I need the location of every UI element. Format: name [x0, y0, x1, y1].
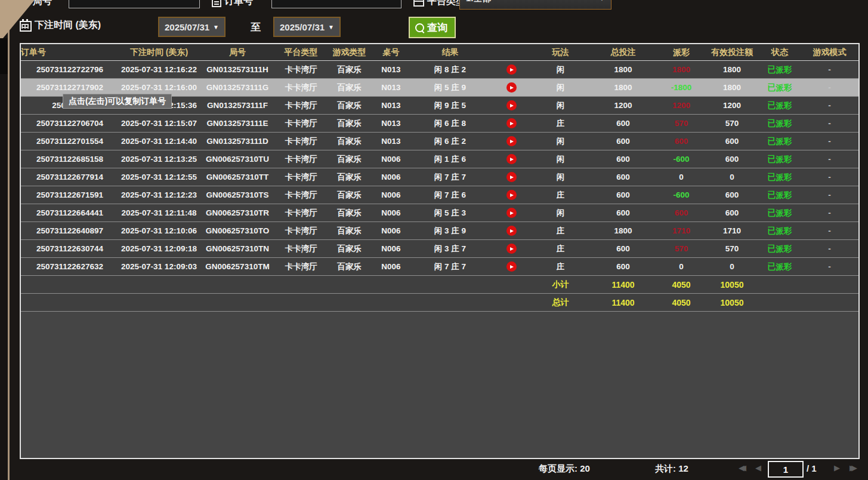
play-icon[interactable] [506, 172, 517, 182]
table-row[interactable]: 2507311226851582025-07-31 12:13:25GN0062… [21, 150, 858, 168]
play-icon[interactable] [506, 118, 517, 128]
chevron-down-icon: ▼ [213, 24, 219, 30]
chevron-down-icon: ▼ [599, 0, 605, 2]
page-total-label: / 1 [807, 463, 817, 473]
table-header-row: 订单号下注时间 (美东)局号平台类型游戏类型桌号结果玩法总投注派彩有效投注额状态… [21, 44, 858, 61]
table-row[interactable]: 2507311227067042025-07-31 12:15:07GN0132… [21, 115, 858, 133]
table-row[interactable]: 2507311226715912025-07-31 12:12:23GN0062… [21, 186, 858, 204]
col-header: 结果 [410, 44, 490, 61]
table-row[interactable]: 2507311226276322025-07-31 12:09:03GN0062… [21, 258, 858, 276]
play-icon[interactable] [506, 244, 517, 254]
first-page-icon[interactable]: ◀◀ [739, 463, 746, 472]
order-number-input[interactable] [271, 0, 401, 8]
play-icon[interactable] [506, 261, 517, 272]
total-count-label: 共计: 12 [655, 463, 688, 475]
table-row[interactable]: 2507311227227962025-07-31 12:16:22GN0132… [21, 61, 858, 79]
col-header: 游戏模式 [801, 44, 858, 61]
col-header: 桌号 [372, 44, 410, 61]
col-header: 游戏类型 [326, 44, 372, 61]
per-page-label: 每页显示: 20 [539, 463, 590, 475]
last-page-icon[interactable]: ▶▶ [850, 463, 857, 472]
play-icon[interactable] [506, 226, 517, 236]
play-icon[interactable] [506, 82, 517, 93]
col-header: 局号 [199, 44, 276, 61]
chevron-down-icon: ▼ [328, 24, 334, 30]
play-icon[interactable] [506, 100, 517, 110]
date-to-picker[interactable]: 2025/07/31 ▼ [273, 17, 341, 37]
play-icon[interactable] [506, 190, 517, 200]
bet-time-label: 下注时间 (美东) [20, 19, 101, 32]
subtotal-row: 小计11400405010050 [21, 276, 858, 294]
col-header: 订单号 [21, 44, 119, 61]
table-row[interactable]: 2507311226644412025-07-31 12:11:48GN0062… [21, 204, 858, 222]
table-row[interactable]: 2507311226307442025-07-31 12:09:18GN0062… [21, 240, 858, 258]
col-header: 平台类型 [276, 44, 326, 61]
query-button[interactable]: 查询 [409, 17, 456, 38]
round-number-input[interactable] [69, 0, 200, 8]
table-row[interactable]: 2507311227015542025-07-31 12:14:40GN0132… [21, 133, 858, 150]
left-accent-line [8, 0, 10, 480]
corner-shadow [0, 38, 8, 74]
orders-table: 订单号下注时间 (美东)局号平台类型游戏类型桌号结果玩法总投注派彩有效投注额状态… [21, 44, 858, 312]
copy-order-tooltip: 点击(左击)可以复制订单号 [63, 94, 172, 109]
search-icon [415, 23, 424, 32]
betting-records-page: ◇ 局号 订单号 平台类型 1.全部 ▼ 下注时间 (美东) 2025/07/3… [0, 0, 868, 480]
list-icon [212, 0, 221, 7]
play-icon[interactable] [506, 64, 517, 75]
filter-bar: ◇ 局号 订单号 平台类型 1.全部 ▼ 下注时间 (美东) 2025/07/3… [9, 0, 868, 43]
platform-type-select[interactable]: 1.全部 ▼ [459, 0, 611, 10]
date-range-to-label: 至 [251, 20, 261, 34]
calendar-icon [20, 21, 32, 32]
col-header [490, 44, 532, 61]
col-header: 下注时间 (美东) [119, 44, 199, 61]
footer-bar: 每页显示: 20 共计: 12 ◀◀ ◀ / 1 ▶ ▶▶ [0, 460, 868, 480]
col-header: 有效投注额 [705, 44, 759, 61]
next-page-icon[interactable]: ▶ [834, 463, 840, 472]
col-header: 玩法 [532, 44, 589, 61]
play-icon[interactable] [506, 136, 517, 146]
platform-type-label: 平台类型 [413, 0, 465, 8]
date-from-picker[interactable]: 2025/07/31 ▼ [158, 17, 226, 37]
table-row[interactable]: 2507311226779142025-07-31 12:12:55GN0062… [21, 168, 858, 186]
order-number-label: 订单号 [212, 0, 253, 8]
play-icon[interactable] [506, 154, 517, 164]
table-row[interactable]: 2507311226408972025-07-31 12:10:06GN0062… [21, 222, 858, 240]
page-number-input[interactable] [768, 461, 804, 478]
total-row: 总计11400405010050 [21, 294, 858, 312]
play-icon[interactable] [506, 208, 517, 218]
results-table-area: 订单号下注时间 (美东)局号平台类型游戏类型桌号结果玩法总投注派彩有效投注额状态… [20, 43, 860, 459]
prev-page-icon[interactable]: ◀ [755, 463, 761, 472]
col-header: 派彩 [657, 44, 705, 61]
col-header: 总投注 [589, 44, 657, 61]
col-header: 状态 [759, 44, 801, 61]
platform-icon [413, 0, 424, 7]
